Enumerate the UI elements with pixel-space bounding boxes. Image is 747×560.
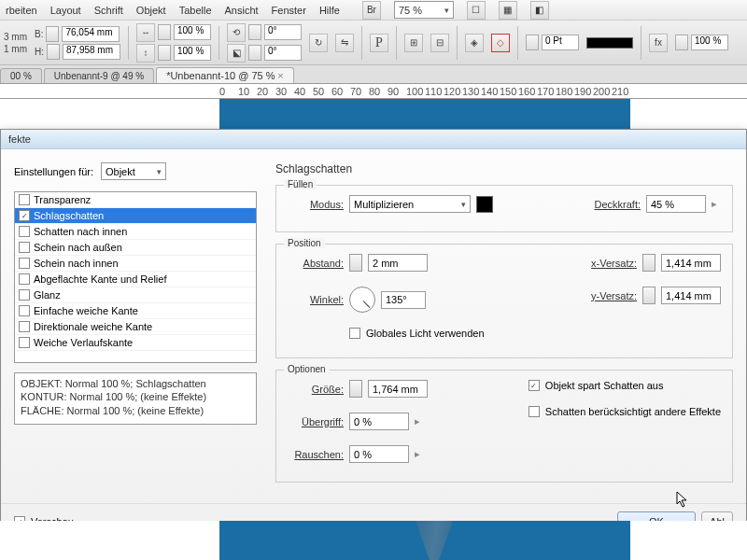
scale-x-icon: ↔ (136, 23, 155, 42)
control-bar: 3 mm 1 mm B:76,054 mm H:87,958 mm ↔100 %… (0, 21, 747, 65)
spinner[interactable] (349, 380, 362, 398)
effect-item[interactable]: Direktionale weiche Kante (15, 319, 256, 335)
knockout-checkbox[interactable] (529, 380, 540, 391)
opacity-field[interactable]: 45 % (646, 195, 706, 213)
align-icon[interactable]: ⊞ (404, 34, 423, 52)
width-input[interactable]: 76,054 mm (62, 26, 120, 42)
noise-flyout[interactable]: ▸ (415, 445, 424, 463)
text-frame-icon[interactable]: P (370, 34, 388, 52)
spinner[interactable] (349, 254, 362, 272)
angle-dial[interactable] (349, 287, 375, 313)
y-offset-label: y-Versatz: (577, 290, 637, 301)
section-title: Schlagschatten (275, 162, 733, 175)
opacity-input[interactable]: 100 % (691, 35, 728, 50)
menu-item[interactable]: Schrift (94, 5, 123, 16)
effect-label: Einfache weiche Kante (34, 305, 138, 316)
position-fieldset: Position Abstand: 2 mm Winkel: 135° (275, 244, 733, 358)
effect-checkbox[interactable] (19, 305, 30, 316)
spinner[interactable] (642, 254, 655, 272)
options-fieldset: Optionen Größe: 1,764 mm Übergriff: 0 % … (275, 370, 733, 483)
x-label: 3 mm (4, 32, 27, 42)
effect-label: Weiche Verlaufskante (34, 337, 133, 348)
opacity-label: Deckkraft: (594, 199, 641, 210)
view-mode-icon[interactable]: ▦ (499, 1, 517, 20)
effect-item[interactable]: Glanz (15, 287, 256, 303)
select-container-icon[interactable]: ◈ (465, 34, 484, 52)
effects-icon[interactable]: fx (649, 34, 668, 52)
other-effects-label: Schatten berücksichtigt andere Effekte (545, 406, 721, 417)
scale-y-icon: ↕ (136, 44, 155, 63)
shadow-color-swatch[interactable] (476, 196, 493, 213)
menu-item[interactable]: Ansicht (225, 5, 259, 16)
rotate-cw-icon[interactable]: ↻ (309, 34, 328, 52)
stroke-style[interactable] (586, 37, 633, 49)
noise-label: Rauschen: (288, 449, 344, 460)
effects-list: TransparenzSchlagschattenSchatten nach i… (14, 191, 257, 363)
effect-checkbox[interactable] (19, 321, 30, 332)
effect-item[interactable]: Schein nach außen (15, 240, 256, 256)
effect-checkbox[interactable] (19, 242, 30, 253)
tab[interactable]: 00 % (0, 68, 42, 83)
bridge-icon[interactable]: Br (362, 1, 381, 20)
opacity-flyout[interactable]: ▸ (712, 195, 721, 213)
size-input[interactable]: 1,764 mm (368, 380, 428, 398)
menu-item[interactable]: Hilfe (319, 5, 340, 16)
horizontal-ruler: 0102030405060708090100110120130140150160… (0, 84, 747, 99)
effects-dialog: fekte Einstellungen für: Objekt Transpar… (0, 129, 747, 544)
effect-checkbox[interactable] (19, 210, 30, 221)
menu-item[interactable]: Layout (50, 5, 81, 16)
angle-input[interactable]: 135° (381, 291, 426, 309)
mode-label: Modus: (288, 199, 344, 210)
spinner[interactable] (47, 44, 60, 60)
knockout-label: Objekt spart Schatten aus (545, 380, 664, 391)
effect-item[interactable]: Abgeflachte Kante und Relief (15, 272, 256, 287)
effect-checkbox[interactable] (19, 194, 30, 205)
effect-checkbox[interactable] (19, 273, 30, 285)
global-light-checkbox[interactable] (349, 328, 360, 339)
effect-checkbox[interactable] (19, 337, 30, 348)
spread-label: Übergriff: (288, 416, 344, 427)
spinner[interactable] (46, 26, 59, 42)
menu-item[interactable]: rbeiten (6, 5, 37, 16)
effect-item[interactable]: Schein nach innen (15, 256, 256, 272)
arrange-icon[interactable]: ◧ (530, 1, 549, 20)
settings-for-label: Einstellungen für: (14, 166, 93, 177)
scale-x-input[interactable]: 100 % (174, 24, 211, 40)
distance-input[interactable]: 2 mm (368, 254, 428, 272)
angle-label: Winkel: (288, 294, 344, 305)
rotate-input[interactable]: 0° (264, 24, 302, 40)
settings-for-combo[interactable]: Objekt (101, 162, 166, 180)
menu-item[interactable]: Objekt (136, 5, 166, 16)
height-input[interactable]: 87,958 mm (63, 44, 120, 60)
effect-checkbox[interactable] (19, 226, 30, 237)
dialog-title: fekte (1, 130, 746, 149)
x-offset-input[interactable]: 1,414 mm (661, 254, 721, 272)
tab[interactable]: Unbenannt-9 @ 49 % (44, 68, 154, 83)
effect-checkbox[interactable] (19, 289, 30, 301)
noise-input[interactable]: 0 % (349, 445, 409, 463)
distribute-icon[interactable]: ⊟ (430, 34, 449, 52)
effect-item[interactable]: Transparenz (15, 192, 256, 208)
screen-mode-icon[interactable]: ☐ (467, 1, 486, 20)
size-label: Größe: (288, 384, 344, 395)
select-content-icon[interactable]: ◇ (491, 34, 510, 52)
zoom-combo[interactable]: 75 % (394, 1, 454, 19)
scale-y-input[interactable]: 100 % (174, 45, 211, 61)
effect-item[interactable]: Schatten nach innen (15, 224, 256, 240)
flip-icon[interactable]: ⇋ (335, 34, 354, 52)
effect-checkbox[interactable] (19, 258, 30, 269)
tab-active[interactable]: *Unbenannt-10 @ 75 % × (156, 67, 294, 83)
stroke-weight-input[interactable]: 0 Pt (542, 35, 579, 50)
spread-flyout[interactable]: ▸ (415, 413, 424, 430)
spread-input[interactable]: 0 % (349, 413, 409, 430)
spinner[interactable] (642, 287, 655, 304)
effect-item[interactable]: Weiche Verlaufskante (15, 335, 256, 351)
effect-item[interactable]: Einfache weiche Kante (15, 303, 256, 319)
effect-item[interactable]: Schlagschatten (15, 208, 256, 224)
blend-mode-combo[interactable]: Multiplizieren (349, 195, 471, 213)
menu-item[interactable]: Fenster (272, 5, 306, 16)
y-offset-input[interactable]: 1,414 mm (661, 287, 721, 304)
other-effects-checkbox[interactable] (529, 406, 540, 417)
menu-item[interactable]: Tabelle (179, 5, 212, 16)
shear-input[interactable]: 0° (264, 45, 302, 61)
